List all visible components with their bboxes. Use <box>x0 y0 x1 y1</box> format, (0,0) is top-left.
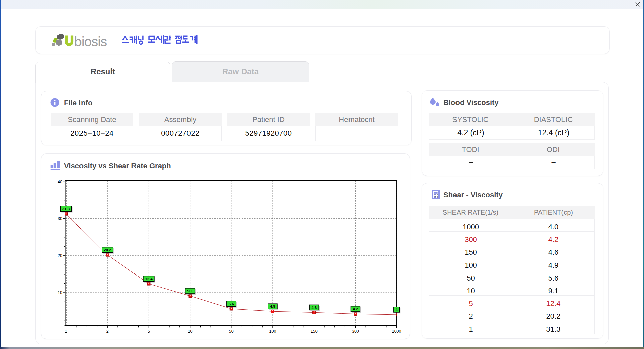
svg-text:150: 150 <box>311 329 318 334</box>
svg-text:4.6: 4.6 <box>311 306 317 310</box>
svg-text:20.2: 20.2 <box>104 248 111 252</box>
svg-text:50: 50 <box>229 329 234 334</box>
svg-text:1: 1 <box>65 329 67 334</box>
svg-text:300: 300 <box>352 329 359 334</box>
svg-text:9.1: 9.1 <box>187 289 193 293</box>
svg-text:40: 40 <box>58 180 62 184</box>
svg-text:12.4: 12.4 <box>145 277 153 281</box>
svg-text:5: 5 <box>148 329 150 334</box>
svg-text:4.9: 4.9 <box>270 304 275 308</box>
svg-text:31.3: 31.3 <box>62 207 70 211</box>
svg-text:10: 10 <box>188 329 193 334</box>
svg-text:4.2: 4.2 <box>353 307 358 311</box>
svg-text:20: 20 <box>58 253 62 258</box>
svg-text:100: 100 <box>269 329 276 334</box>
svg-text:1000: 1000 <box>392 329 401 334</box>
svg-text:biosis: biosis <box>74 34 107 49</box>
svg-text:30: 30 <box>58 216 62 221</box>
svg-text:5.6: 5.6 <box>229 302 234 306</box>
svg-text:2: 2 <box>106 329 109 334</box>
svg-text:10: 10 <box>58 290 62 295</box>
svg-text:4: 4 <box>395 308 398 312</box>
